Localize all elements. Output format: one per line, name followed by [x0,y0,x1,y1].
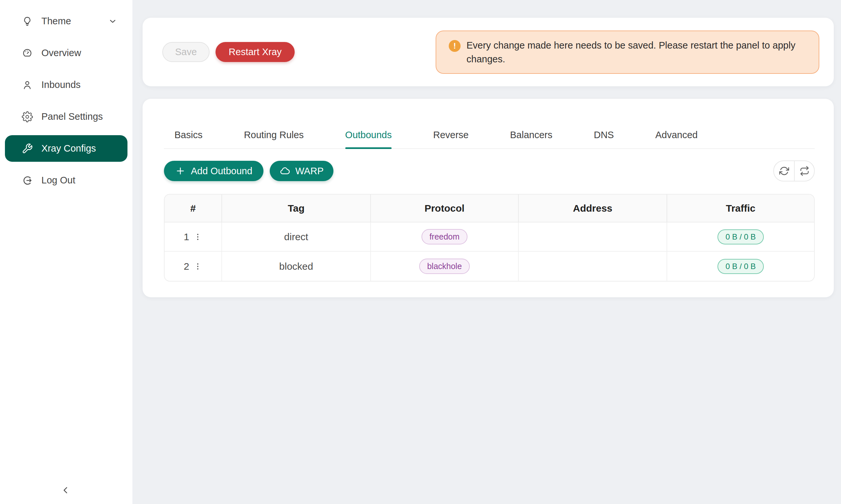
column-header-protocol: Protocol [371,195,519,222]
xray-configs-card: Basics Routing Rules Outbounds Reverse B… [142,99,834,297]
sidebar-nav: Theme Overview Inbounds Panel Settings [0,0,132,194]
restart-xray-button[interactable]: Restart Xray [216,42,295,62]
chevron-down-icon [108,16,118,26]
wrench-icon [22,143,33,154]
gauge-icon [22,48,33,59]
warp-label: WARP [295,166,324,177]
repeat-icon [800,166,809,176]
sidebar-item-theme[interactable]: Theme [5,8,127,34]
tag-cell: direct [222,222,371,252]
sidebar-item-label: Inbounds [41,79,81,90]
save-button[interactable]: Save [162,42,210,62]
protocol-badge: blackhole [419,258,470,274]
table-tools-group [773,160,815,181]
tab-outbounds[interactable]: Outbounds [345,130,392,148]
refresh-icon [779,166,789,176]
add-outbound-label: Add Outbound [191,166,252,177]
address-cell [519,252,667,281]
row-index: 2 [184,261,189,272]
alert-text: Every change made here needs to be saved… [466,38,806,66]
add-outbound-button[interactable]: Add Outbound [164,161,263,181]
traffic-cell: 0 B / 0 B [667,222,814,252]
tab-balancers[interactable]: Balancers [510,130,552,148]
row-menu-button[interactable] [193,232,202,241]
plus-icon [175,166,186,176]
sidebar-item-label: Log Out [41,175,75,186]
restart-warning-alert: Every change made here needs to be saved… [435,31,819,74]
column-header-traffic: Traffic [667,195,814,222]
gear-icon [22,111,33,122]
tag-cell: blocked [222,252,371,281]
toolbar-card: Save Restart Xray Every change made here… [142,18,834,86]
protocol-badge: freedom [422,229,467,245]
tab-routing-rules[interactable]: Routing Rules [244,130,304,148]
column-header-address: Address [519,195,667,222]
tab-reverse[interactable]: Reverse [433,130,468,148]
protocol-cell: blackhole [371,252,519,281]
sidebar-item-label: Panel Settings [41,111,103,122]
tab-advanced[interactable]: Advanced [655,130,698,148]
row-index: 1 [184,231,189,242]
warning-icon [449,40,461,52]
address-cell [519,222,667,252]
sidebar-item-inbounds[interactable]: Inbounds [5,72,127,98]
user-icon [22,79,33,91]
index-cell: 1 [165,222,222,252]
sidebar-item-label: Xray Configs [41,143,96,154]
traffic-badge: 0 B / 0 B [718,259,763,274]
sidebar-item-overview[interactable]: Overview [5,40,127,66]
sidebar-collapse-button[interactable] [56,482,75,498]
sidebar-item-xray-configs[interactable]: Xray Configs [5,135,127,162]
column-header-index: # [165,195,222,222]
traffic-badge: 0 B / 0 B [718,229,763,245]
outbounds-table: # Tag Protocol Address Traffic 1 direct … [164,194,815,282]
column-header-tag: Tag [222,195,371,222]
protocol-cell: freedom [371,222,519,252]
sidebar-item-panel-settings[interactable]: Panel Settings [5,103,127,130]
more-vertical-icon [193,262,202,271]
logout-icon [22,175,33,186]
sidebar: Theme Overview Inbounds Panel Settings [0,0,132,504]
lightbulb-icon [22,16,33,27]
tab-dns[interactable]: DNS [594,130,614,148]
outbounds-actions-row: Add Outbound WARP [164,160,815,181]
chevron-left-icon [61,485,71,495]
warp-button[interactable]: WARP [270,161,333,181]
refresh-button[interactable] [774,161,794,181]
traffic-cell: 0 B / 0 B [667,252,814,281]
config-tabs: Basics Routing Rules Outbounds Reverse B… [164,99,815,149]
more-vertical-icon [193,232,202,241]
sidebar-item-label: Theme [41,16,71,26]
tab-basics[interactable]: Basics [174,130,202,148]
cloud-icon [279,166,290,176]
sidebar-item-log-out[interactable]: Log Out [5,167,127,194]
index-cell: 2 [165,252,222,281]
reload-table-button[interactable] [794,161,814,181]
sidebar-item-label: Overview [41,48,81,58]
row-menu-button[interactable] [193,262,202,271]
